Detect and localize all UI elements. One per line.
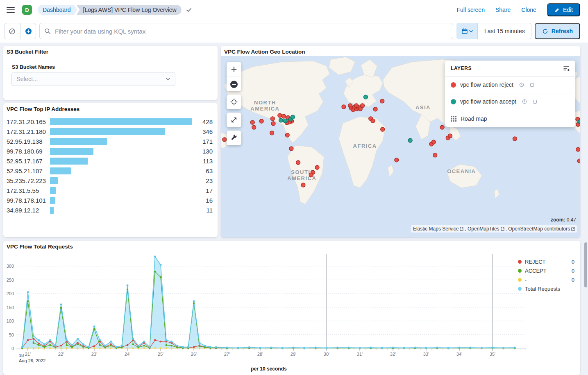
attribution-link[interactable]: OpenMapTiles (468, 226, 508, 232)
layer-row-accept[interactable]: vpc flow action accept (445, 93, 575, 110)
map-point-reject[interactable] (222, 138, 227, 142)
svg-text:28': 28' (257, 352, 263, 357)
ip-bar[interactable] (50, 128, 165, 135)
map-point-reject[interactable] (270, 117, 275, 121)
map-point-reject[interactable] (271, 122, 275, 126)
ip-bar-track (50, 167, 193, 174)
calendar-dropdown-button[interactable] (456, 23, 478, 39)
map-point-reject[interactable] (250, 120, 254, 124)
clone-link[interactable]: Clone (521, 7, 536, 13)
map-point-reject[interactable] (296, 160, 300, 165)
edit-button[interactable]: Edit (547, 3, 580, 16)
ip-bar[interactable] (50, 138, 107, 145)
ip-bar[interactable] (50, 207, 54, 214)
map-point-reject[interactable] (282, 114, 286, 118)
map-point-reject[interactable] (373, 107, 377, 111)
map-point-reject[interactable] (342, 105, 346, 109)
filters-disabled-icon[interactable] (4, 23, 20, 39)
layer-checkbox-icon[interactable] (533, 100, 537, 104)
map-point-reject[interactable] (448, 134, 452, 138)
grid-icon (451, 116, 456, 122)
map-point-accept[interactable] (291, 115, 295, 119)
kql-search-input[interactable] (39, 23, 453, 39)
map-point-reject[interactable] (270, 131, 274, 135)
search-icon (44, 28, 51, 34)
map-point-reject[interactable] (576, 147, 580, 151)
set-view-button[interactable] (227, 95, 241, 109)
s3-bucket-names-label: S3 Bucket Names (12, 64, 55, 70)
plus-icon (231, 66, 237, 72)
southeast-asia (450, 126, 461, 140)
map-point-reject[interactable] (252, 125, 256, 129)
full-screen-link[interactable]: Full screen (456, 7, 484, 13)
map-point-reject[interactable] (380, 99, 384, 103)
ip-bar[interactable] (50, 167, 71, 174)
legend-label: ACCEPT (525, 268, 568, 274)
time-range-value[interactable]: Last 15 minutes (478, 23, 531, 39)
map-point-reject[interactable] (289, 147, 293, 151)
map-point-reject[interactable] (278, 113, 282, 117)
ip-row: 172.31.21.180346 (7, 127, 213, 136)
zoom-in-button[interactable] (227, 62, 241, 77)
ip-address-label: 52.95.17.167 (7, 158, 50, 165)
layer-row-road-map[interactable]: Road map (445, 110, 575, 127)
map-point-reject[interactable] (354, 104, 359, 108)
map-point-reject[interactable] (259, 119, 263, 123)
requests-chart-svg[interactable]: 05010015020025030021'22'23'24'25'26'27'2… (7, 251, 531, 373)
collapse-layers-icon[interactable] (563, 65, 570, 72)
svg-text:0: 0 (11, 346, 14, 351)
legend-row-accept[interactable]: ACCEPT0 (518, 266, 574, 275)
map-point-accept[interactable] (279, 118, 283, 122)
ip-bar[interactable] (50, 158, 88, 165)
legend-row--[interactable]: -0 (518, 275, 574, 284)
breadcrumb-current-dashboard[interactable]: [Logs AWS] VPC Flow Log Overview (77, 5, 182, 15)
svg-text:300: 300 (7, 264, 14, 269)
attribution-link[interactable]: OpenStreetMap contributors (508, 226, 575, 232)
map-point-reject[interactable] (431, 140, 436, 144)
refresh-button[interactable]: Refresh (535, 23, 580, 39)
map-point-reject[interactable] (301, 183, 305, 187)
map-point-accept[interactable] (363, 95, 368, 99)
map-point-accept[interactable] (578, 120, 580, 124)
vertical-scrollbar-thumb[interactable] (584, 242, 587, 287)
map-point-reject[interactable] (395, 158, 399, 162)
add-filter-icon[interactable] (20, 23, 36, 39)
hamburger-menu-icon[interactable] (7, 5, 16, 15)
svg-text:27': 27' (224, 352, 230, 357)
layer-checkbox-icon[interactable] (530, 83, 534, 87)
legend-dot (518, 269, 522, 273)
legend-row-reject[interactable]: REJECT0 (518, 257, 574, 266)
ip-bar[interactable] (50, 177, 58, 184)
expand-button[interactable] (227, 113, 241, 127)
continent-label: AFRICA (353, 143, 377, 149)
map-point-reject[interactable] (285, 133, 289, 137)
layer-time-icon[interactable] (519, 82, 524, 87)
svg-text:33': 33' (423, 352, 429, 357)
map-point-reject[interactable] (433, 153, 437, 157)
map-point-reject[interactable] (309, 173, 313, 177)
world-map[interactable]: NORTHAMERICASOUTHAMERICAAFRICAASIAOCEANI… (221, 56, 580, 237)
breadcrumb-dashboard[interactable]: Dashboard (38, 5, 77, 15)
legend-row-total-requests[interactable]: Total Requests (518, 284, 574, 293)
space-avatar[interactable]: D (22, 5, 32, 15)
ip-bar[interactable] (50, 148, 93, 155)
map-point-reject[interactable] (577, 159, 580, 163)
map-point-reject[interactable] (315, 165, 319, 169)
map-point-accept[interactable] (283, 119, 287, 123)
ip-bar[interactable] (50, 118, 192, 125)
ip-bar[interactable] (50, 197, 55, 204)
map-point-reject[interactable] (381, 127, 385, 131)
zoom-out-button[interactable] (227, 77, 241, 91)
map-point-reject[interactable] (440, 125, 444, 129)
map-point-reject[interactable] (371, 119, 375, 123)
share-link[interactable]: Share (495, 7, 511, 13)
s3-bucket-select[interactable]: Select... (11, 72, 175, 86)
map-point-reject[interactable] (513, 137, 517, 141)
map-point-reject[interactable] (361, 104, 365, 108)
layer-time-icon[interactable] (522, 99, 527, 104)
map-tools-button[interactable] (227, 131, 241, 145)
map-point-accept[interactable] (408, 138, 412, 142)
ip-bar[interactable] (50, 187, 56, 194)
layer-row-reject[interactable]: vpc flow action reject (445, 77, 575, 93)
attribution-link[interactable]: Elastic Maps Service (413, 226, 468, 232)
